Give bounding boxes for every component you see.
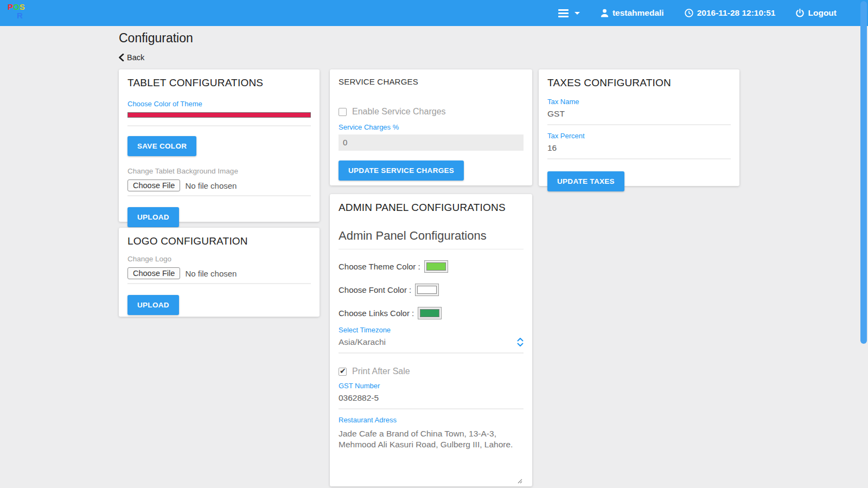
divider	[339, 408, 524, 409]
links-color-row: Choose Links Color :	[339, 307, 524, 319]
caret-down-icon	[575, 12, 580, 15]
theme-color-row: Choose Theme Color :	[339, 260, 524, 273]
change-logo-label: Change Logo	[127, 255, 311, 263]
theme-color-picker[interactable]	[424, 260, 448, 273]
tablet-card-title: TABLET CONFIGURATIONS	[127, 77, 311, 89]
tablet-bg-image-label: Change Tablet Background Image	[127, 167, 311, 175]
restaurant-address-label: Restaurant Adress	[339, 416, 524, 424]
admin-card-subtitle: Admin Panel Configurations	[339, 229, 524, 249]
logo-card-title: LOGO CONFIGURATION	[127, 235, 311, 247]
logo-configuration-card: LOGO CONFIGURATION Change Logo Choose Fi…	[119, 228, 320, 317]
tax-name-input[interactable]: GST	[547, 109, 731, 119]
restaurant-address-textarea[interactable]: Jade Cafe a Brand of China Town, 13-A-3,…	[339, 428, 521, 450]
choose-links-color-label: Choose Links Color :	[339, 309, 414, 318]
theme-color-label: Choose Color of Theme	[127, 100, 311, 108]
select-chevrons-icon	[517, 337, 524, 347]
divider	[547, 158, 731, 159]
file-status-text: No file chosen	[185, 269, 237, 278]
theme-color-swatch	[426, 262, 446, 271]
divider	[127, 125, 311, 126]
divider	[127, 195, 311, 196]
links-color-swatch	[420, 309, 439, 317]
taxes-configuration-card: TAXES CONFIGURATION Tax Name GST Tax Per…	[539, 69, 739, 186]
choose-font-color-label: Choose Font Color :	[339, 285, 411, 294]
nav-datetime: 2016-11-28 12:10:51	[685, 8, 776, 18]
textarea-resize-handle[interactable]	[516, 478, 522, 484]
gst-number-label: GST Number	[339, 382, 524, 390]
admin-panel-configurations-card: ADMIN PANEL CONFIGURATIONS Admin Panel C…	[330, 194, 532, 486]
nav-datetime-text: 2016-11-28 12:10:51	[697, 8, 776, 18]
nav-logout[interactable]: Logout	[796, 8, 837, 18]
divider	[127, 283, 311, 284]
tax-percent-label: Tax Percent	[547, 132, 731, 140]
service-charges-percent-label: Service Charges %	[339, 123, 524, 131]
taxes-card-title: TAXES CONFIGURATION	[547, 77, 731, 89]
select-timezone-label: Select Timezone	[339, 326, 524, 334]
update-taxes-button[interactable]: UPDATE TAXES	[547, 171, 624, 191]
save-color-button[interactable]: SAVE COLOR	[127, 136, 196, 156]
nav-user[interactable]: testahmedali	[601, 8, 664, 18]
service-charges-card: SERVICE CHARGES Enable Service Charges S…	[330, 69, 532, 185]
hamburger-icon	[558, 9, 569, 17]
clock-icon	[685, 9, 693, 17]
font-color-row: Choose Font Color :	[339, 284, 524, 296]
tablet-upload-button[interactable]: UPLOAD	[127, 207, 179, 227]
choose-file-button[interactable]: Choose File	[127, 267, 180, 279]
service-card-title: SERVICE CHARGES	[339, 77, 524, 86]
power-icon	[796, 9, 804, 17]
print-after-sale-row[interactable]: Print After Sale	[339, 367, 524, 376]
font-color-picker[interactable]	[415, 284, 439, 296]
logo-file-input[interactable]: Choose File No file chosen	[127, 267, 311, 279]
print-after-sale-label: Print After Sale	[352, 367, 410, 376]
logo-letter-s: S	[20, 2, 25, 11]
nav-menu-toggle[interactable]	[558, 9, 580, 17]
user-icon	[601, 9, 609, 17]
timezone-select[interactable]: Asia/Karachi	[339, 337, 524, 347]
file-status-text: No file chosen	[185, 181, 237, 190]
admin-card-title: ADMIN PANEL CONFIGURATIONS	[339, 202, 524, 214]
choose-file-button[interactable]: Choose File	[127, 179, 180, 191]
gst-number-input[interactable]: 0362882-5	[339, 393, 524, 403]
service-charges-percent-input[interactable]: 0	[339, 134, 524, 151]
divider	[339, 352, 524, 354]
font-color-swatch	[417, 286, 437, 294]
logo-upload-button[interactable]: UPLOAD	[127, 295, 179, 315]
print-after-sale-checkbox[interactable]	[339, 368, 347, 376]
timezone-selected-value: Asia/Karachi	[339, 337, 386, 347]
app-logo[interactable]: POS R	[8, 3, 25, 20]
links-color-picker[interactable]	[418, 307, 442, 319]
update-service-charges-button[interactable]: UPDATE SERVICE CHARGES	[339, 160, 464, 181]
top-navbar: POS R testahmedali 2016-11-28 12:10:51	[0, 0, 868, 26]
nav-username: testahmedali	[612, 8, 664, 18]
page-scrollbar-thumb[interactable]	[860, 1, 867, 344]
back-link[interactable]: Back	[118, 53, 144, 62]
logo-letter-r: R	[17, 11, 23, 20]
tablet-configurations-card: TABLET CONFIGURATIONS Choose Color of Th…	[119, 69, 320, 222]
tablet-bg-file-input[interactable]: Choose File No file chosen	[127, 179, 311, 191]
enable-service-charges-row[interactable]: Enable Service Charges	[339, 107, 524, 117]
page-title: Configuration	[119, 31, 193, 46]
nav-logout-label: Logout	[808, 8, 837, 18]
choose-theme-color-label: Choose Theme Color :	[339, 262, 420, 271]
navbar-right-group: testahmedali 2016-11-28 12:10:51 Logout	[558, 0, 837, 26]
logo-letter-p: P	[8, 2, 13, 11]
enable-service-charges-label: Enable Service Charges	[352, 107, 446, 117]
tax-percent-input[interactable]: 16	[547, 143, 731, 153]
back-label: Back	[127, 53, 144, 62]
divider	[547, 124, 731, 125]
chevron-left-icon	[118, 54, 124, 61]
tax-name-label: Tax Name	[547, 98, 731, 106]
theme-color-input[interactable]	[127, 112, 311, 118]
enable-service-charges-checkbox[interactable]	[339, 108, 347, 116]
logo-letter-o: O	[13, 2, 20, 11]
